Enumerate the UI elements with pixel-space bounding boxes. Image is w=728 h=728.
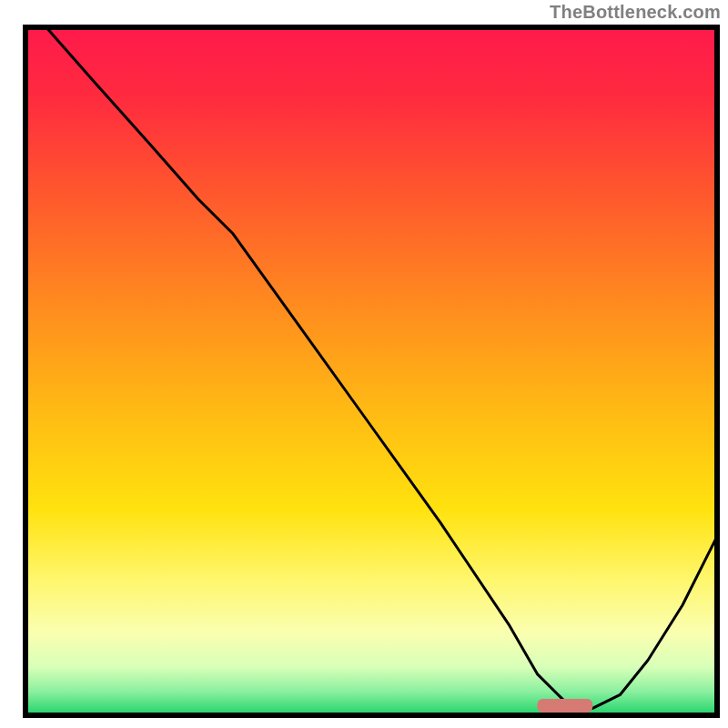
optimum-marker bbox=[537, 699, 592, 713]
plot-background bbox=[25, 27, 717, 715]
watermark-text: TheBottleneck.com bbox=[550, 2, 721, 23]
chart-container: TheBottleneck.com bbox=[0, 0, 728, 728]
bottleneck-chart bbox=[0, 0, 728, 728]
